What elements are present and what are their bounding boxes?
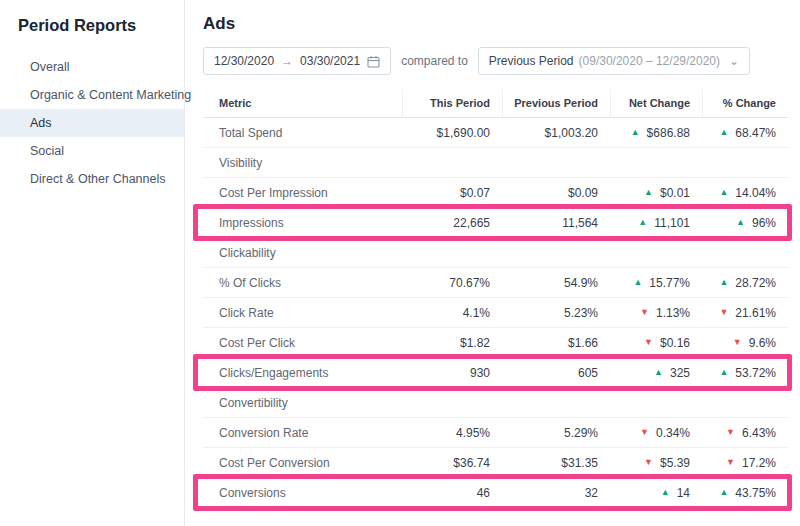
pct-change-value: 9.6% <box>749 336 776 350</box>
this-period-value: 930 <box>402 366 502 380</box>
sidebar: Period Reports Overall Organic & Content… <box>0 0 185 526</box>
net-change-cell: ▲15.77% <box>610 276 702 290</box>
net-change-value: 1.13% <box>656 306 690 320</box>
caret-down-icon: ▼ <box>644 458 653 467</box>
column-header-previous-period: Previous Period <box>502 89 610 117</box>
page-title: Ads <box>203 14 788 34</box>
sidebar-item-organic-content-marketing[interactable]: Organic & Content Marketing <box>0 81 184 109</box>
this-period-value: $0.07 <box>402 186 502 200</box>
pct-change-value: 53.72% <box>735 366 776 380</box>
column-header-net-change: Net Change <box>610 89 702 117</box>
table-row: Conversion Rate4.95%5.29%▼0.34%▼6.43% <box>203 418 788 448</box>
pct-change-cell: ▲96% <box>702 216 788 230</box>
app-window: Period Reports Overall Organic & Content… <box>0 0 800 526</box>
net-change-cell: ▲$0.01 <box>610 186 702 200</box>
pct-change-value: 28.72% <box>735 276 776 290</box>
pct-change-cell: ▲68.47% <box>702 126 788 140</box>
table-row: Cost Per Conversion$36.74$31.35▼$5.39▼17… <box>203 448 788 478</box>
caret-up-icon: ▲ <box>719 128 728 137</box>
pct-change-cell: ▼21.61% <box>702 306 788 320</box>
table-row: Clicks/Engagements930605▲325▲53.72% <box>203 358 788 388</box>
this-period-value: 46 <box>402 486 502 500</box>
pct-change-value: 43.75% <box>735 486 776 500</box>
report-controls: 12/30/2020 → 03/30/2021 compared to Prev… <box>203 47 788 75</box>
section-row: Visibility <box>203 148 788 178</box>
column-header-this-period: This Period <box>402 89 502 117</box>
section-row: Clickability <box>203 238 788 268</box>
caret-up-icon: ▲ <box>661 488 670 497</box>
caret-down-icon: ▼ <box>726 458 735 467</box>
date-range-start: 12/30/2020 <box>214 54 274 68</box>
column-header-metric: Metric <box>203 89 402 117</box>
previous-period-value: $1.66 <box>502 336 610 350</box>
caret-up-icon: ▲ <box>719 188 728 197</box>
caret-up-icon: ▲ <box>736 218 745 227</box>
metric-label: Impressions <box>203 216 402 230</box>
net-change-cell: ▼$5.39 <box>610 456 702 470</box>
caret-down-icon: ▼ <box>733 338 742 347</box>
pct-change-cell: ▼6.43% <box>702 426 788 440</box>
column-header-pct-change: % Change <box>702 89 788 117</box>
net-change-value: $0.01 <box>660 186 690 200</box>
net-change-cell: ▲11,101 <box>610 216 702 230</box>
pct-change-value: 68.47% <box>735 126 776 140</box>
this-period-value: 4.1% <box>402 306 502 320</box>
main-content: Ads 12/30/2020 → 03/30/2021 compared to … <box>185 0 800 526</box>
previous-period-value: 54.9% <box>502 276 610 290</box>
caret-down-icon: ▼ <box>640 308 649 317</box>
pct-change-cell: ▲43.75% <box>702 486 788 500</box>
sidebar-item-overall[interactable]: Overall <box>0 53 184 81</box>
net-change-value: 0.34% <box>656 426 690 440</box>
metric-label: Click Rate <box>203 306 402 320</box>
previous-period-value: 605 <box>502 366 610 380</box>
net-change-value: 11,101 <box>654 216 690 230</box>
previous-period-value: $1,003.20 <box>502 126 610 140</box>
previous-period-value: 11,564 <box>502 216 610 230</box>
pct-change-cell: ▲28.72% <box>702 276 788 290</box>
date-range-picker[interactable]: 12/30/2020 → 03/30/2021 <box>203 47 391 75</box>
comparison-period-select[interactable]: Previous Period (09/30/2020 – 12/29/2020… <box>478 47 750 75</box>
section-label: Convertibility <box>203 396 788 410</box>
sidebar-item-ads[interactable]: Ads <box>0 109 184 137</box>
caret-up-icon: ▲ <box>719 278 728 287</box>
date-range-arrow: → <box>281 54 293 68</box>
table-header: Metric This Period Previous Period Net C… <box>203 89 788 118</box>
net-change-value: 325 <box>670 366 690 380</box>
net-change-value: $5.39 <box>660 456 690 470</box>
metric-label: Conversion Rate <box>203 426 402 440</box>
metric-label: Total Spend <box>203 126 402 140</box>
pct-change-cell: ▲14.04% <box>702 186 788 200</box>
net-change-cell: ▲$686.88 <box>610 126 702 140</box>
table-row: Cost Per Impression$0.07$0.09▲$0.01▲14.0… <box>203 178 788 208</box>
pct-change-value: 96% <box>752 216 776 230</box>
caret-up-icon: ▲ <box>654 368 663 377</box>
sidebar-title: Period Reports <box>0 16 184 53</box>
net-change-cell: ▲325 <box>610 366 702 380</box>
calendar-icon <box>367 55 380 68</box>
metrics-table: Metric This Period Previous Period Net C… <box>203 89 788 508</box>
net-change-value: $686.88 <box>647 126 690 140</box>
sidebar-item-social[interactable]: Social <box>0 137 184 165</box>
net-change-cell: ▲14 <box>610 486 702 500</box>
caret-up-icon: ▲ <box>719 368 728 377</box>
table-row: Click Rate4.1%5.23%▼1.13%▼21.61% <box>203 298 788 328</box>
this-period-value: $36.74 <box>402 456 502 470</box>
caret-down-icon: ▼ <box>644 338 653 347</box>
caret-up-icon: ▲ <box>644 188 653 197</box>
section-label: Visibility <box>203 156 788 170</box>
caret-down-icon: ▼ <box>719 308 728 317</box>
date-range-end: 03/30/2021 <box>300 54 360 68</box>
previous-period-value: $0.09 <box>502 186 610 200</box>
metric-label: Cost Per Click <box>203 336 402 350</box>
metric-label: % Of Clicks <box>203 276 402 290</box>
table-row: Total Spend$1,690.00$1,003.20▲$686.88▲68… <box>203 118 788 148</box>
this-period-value: $1,690.00 <box>402 126 502 140</box>
this-period-value: 70.67% <box>402 276 502 290</box>
sidebar-item-direct-other-channels[interactable]: Direct & Other Channels <box>0 165 184 193</box>
net-change-value: 15.77% <box>649 276 690 290</box>
compared-to-label: compared to <box>401 54 468 68</box>
chevron-down-icon: ⌄ <box>729 55 739 67</box>
section-row: Convertibility <box>203 388 788 418</box>
section-label: Clickability <box>203 246 788 260</box>
previous-period-value: $31.35 <box>502 456 610 470</box>
